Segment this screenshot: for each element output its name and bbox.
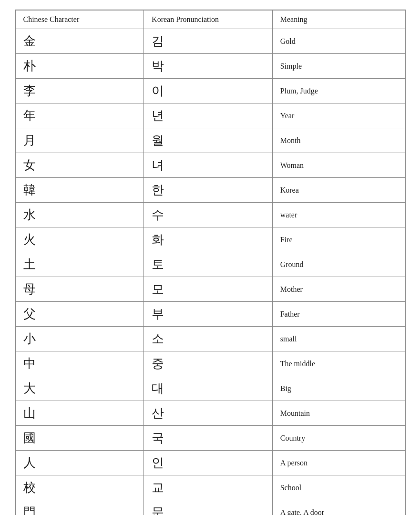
col-header-chinese: Chinese Character	[15, 10, 144, 29]
characters-table: Chinese Character Korean Pronunciation M…	[15, 10, 405, 515]
cell-meaning: Woman	[272, 153, 405, 178]
cell-meaning: Fire	[272, 227, 405, 252]
cell-korean: 인	[144, 451, 273, 475]
cell-meaning: Simple	[272, 54, 405, 79]
cell-chinese: 大	[15, 376, 144, 401]
cell-chinese: 金	[15, 29, 144, 54]
cell-chinese: 小	[15, 327, 144, 351]
table-row: 月월Month	[15, 128, 405, 153]
cell-korean: 김	[144, 29, 273, 54]
col-header-meaning: Meaning	[272, 10, 405, 29]
table-row: 女녀Woman	[15, 153, 405, 178]
table-row: 小소small	[15, 327, 405, 351]
cell-korean: 모	[144, 277, 273, 302]
cell-korean: 화	[144, 227, 273, 252]
cell-korean: 교	[144, 475, 273, 500]
cell-meaning: A gate. A door	[272, 500, 405, 515]
cell-korean: 이	[144, 79, 273, 103]
table-row: 金김Gold	[15, 29, 405, 54]
table-row: 人인A person	[15, 451, 405, 475]
cell-chinese: 土	[15, 252, 144, 277]
cell-korean: 녀	[144, 153, 273, 178]
cell-meaning: Korea	[272, 178, 405, 203]
cell-meaning: The middle	[272, 351, 405, 376]
cell-meaning: Big	[272, 376, 405, 401]
cell-chinese: 門	[15, 500, 144, 515]
cell-korean: 대	[144, 376, 273, 401]
cell-meaning: small	[272, 327, 405, 351]
cell-chinese: 年	[15, 103, 144, 128]
table-row: 校교School	[15, 475, 405, 500]
cell-meaning: Year	[272, 103, 405, 128]
cell-meaning: Mother	[272, 277, 405, 302]
table-row: 中중The middle	[15, 351, 405, 376]
cell-meaning: A person	[272, 451, 405, 475]
cell-korean: 월	[144, 128, 273, 153]
table-row: 母모Mother	[15, 277, 405, 302]
cell-korean: 산	[144, 401, 273, 426]
table-row: 年년Year	[15, 103, 405, 128]
table-row: 山산Mountain	[15, 401, 405, 426]
table-row: 大대Big	[15, 376, 405, 401]
cell-chinese: 父	[15, 302, 144, 327]
cell-chinese: 女	[15, 153, 144, 178]
cell-chinese: 水	[15, 203, 144, 227]
cell-korean: 부	[144, 302, 273, 327]
cell-meaning: Ground	[272, 252, 405, 277]
cell-meaning: Month	[272, 128, 405, 153]
table-row: 父부Father	[15, 302, 405, 327]
table-row: 國국Country	[15, 426, 405, 451]
cell-meaning: Mountain	[272, 401, 405, 426]
cell-korean: 소	[144, 327, 273, 351]
table-row: 水수water	[15, 203, 405, 227]
cell-chinese: 國	[15, 426, 144, 451]
cell-meaning: water	[272, 203, 405, 227]
cell-meaning: Plum, Judge	[272, 79, 405, 103]
cell-korean: 국	[144, 426, 273, 451]
table-row: 朴박Simple	[15, 54, 405, 79]
table-row: 土토Ground	[15, 252, 405, 277]
cell-chinese: 李	[15, 79, 144, 103]
cell-chinese: 校	[15, 475, 144, 500]
main-table-container: Chinese Character Korean Pronunciation M…	[15, 10, 406, 515]
cell-meaning: Father	[272, 302, 405, 327]
cell-korean: 수	[144, 203, 273, 227]
cell-chinese: 韓	[15, 178, 144, 203]
table-row: 門문A gate. A door	[15, 500, 405, 515]
table-row: 火화Fire	[15, 227, 405, 252]
cell-chinese: 月	[15, 128, 144, 153]
table-row: 韓한Korea	[15, 178, 405, 203]
cell-korean: 중	[144, 351, 273, 376]
cell-meaning: Country	[272, 426, 405, 451]
cell-meaning: School	[272, 475, 405, 500]
cell-chinese: 中	[15, 351, 144, 376]
col-header-korean: Korean Pronunciation	[144, 10, 273, 29]
cell-chinese: 火	[15, 227, 144, 252]
cell-chinese: 朴	[15, 54, 144, 79]
table-row: 李이Plum, Judge	[15, 79, 405, 103]
table-header-row: Chinese Character Korean Pronunciation M…	[15, 10, 405, 29]
cell-korean: 문	[144, 500, 273, 515]
cell-korean: 년	[144, 103, 273, 128]
cell-korean: 한	[144, 178, 273, 203]
cell-chinese: 人	[15, 451, 144, 475]
cell-chinese: 山	[15, 401, 144, 426]
cell-meaning: Gold	[272, 29, 405, 54]
cell-chinese: 母	[15, 277, 144, 302]
cell-korean: 박	[144, 54, 273, 79]
cell-korean: 토	[144, 252, 273, 277]
